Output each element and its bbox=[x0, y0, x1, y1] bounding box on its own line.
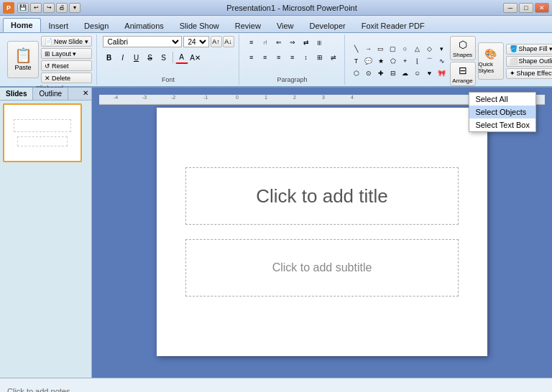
shape-round-rect[interactable]: ▢ bbox=[387, 43, 399, 55]
increase-indent-button[interactable]: ⇒ bbox=[286, 36, 299, 49]
line-spacing-button[interactable]: ↕ bbox=[300, 51, 313, 64]
shape-fill-button[interactable]: 🪣 Shape Fill ▾ bbox=[506, 44, 552, 55]
shape-bracket[interactable]: ⌊ bbox=[412, 55, 423, 67]
columns-button[interactable]: ⫼ bbox=[313, 36, 326, 49]
tab-animations[interactable]: Animations bbox=[116, 19, 171, 32]
maximize-button[interactable]: □ bbox=[519, 3, 533, 13]
shape-callout[interactable]: 💬 bbox=[363, 55, 374, 67]
paste-button[interactable]: 📋 Paste bbox=[7, 41, 39, 78]
tab-slideshow[interactable]: Slide Show bbox=[172, 19, 227, 32]
justify-button[interactable]: ≡ bbox=[286, 51, 299, 64]
shape-outline-button[interactable]: ⬜ Shape Outline ▾ bbox=[506, 56, 552, 67]
tab-view[interactable]: View bbox=[269, 19, 302, 32]
delete-button[interactable]: ✕ Delete bbox=[41, 73, 92, 83]
shape-arrow[interactable]: → bbox=[363, 43, 374, 55]
slide-thumbnail-container: 1 bbox=[3, 103, 82, 165]
shape-curve[interactable]: ∿ bbox=[436, 55, 448, 67]
shape-cloud[interactable]: ☁ bbox=[400, 67, 411, 79]
strikethrough-button[interactable]: S bbox=[144, 51, 157, 64]
title-placeholder[interactable]: Click to add title bbox=[185, 167, 459, 225]
shape-pentagon[interactable]: ⬠ bbox=[387, 55, 399, 67]
shape-more[interactable]: ▾ bbox=[436, 43, 448, 55]
shape-action[interactable]: ⊙ bbox=[363, 67, 374, 79]
shape-cylinder[interactable]: ⊟ bbox=[387, 67, 399, 79]
save-quick-btn[interactable]: 💾 bbox=[17, 3, 29, 13]
shape-effects-button[interactable]: ✦ Shape Effects ▾ bbox=[506, 68, 552, 79]
select-all-item[interactable]: Select All bbox=[469, 93, 535, 106]
shape-oval[interactable]: ○ bbox=[400, 43, 411, 55]
shape-star[interactable]: ★ bbox=[375, 55, 387, 67]
tab-developer[interactable]: Developer bbox=[302, 19, 354, 32]
thumb-title bbox=[14, 119, 72, 132]
shape-rect[interactable]: ▭ bbox=[375, 43, 387, 55]
italic-button[interactable]: I bbox=[116, 51, 129, 64]
tab-foxit[interactable]: Foxit Reader PDF bbox=[354, 19, 433, 32]
window-title: Presentation1 - Microsoft PowerPoint bbox=[226, 4, 357, 12]
shadow-button[interactable]: S bbox=[157, 51, 170, 64]
subtitle-placeholder[interactable]: Click to add subtitle bbox=[185, 239, 459, 297]
tab-design[interactable]: Design bbox=[76, 19, 116, 32]
shapes-button[interactable]: ⬡ Shapes bbox=[450, 36, 476, 60]
quick-styles-button[interactable]: 🎨 Quick Styles bbox=[478, 42, 504, 80]
align-right-button[interactable]: ≡ bbox=[272, 51, 285, 64]
arrange-button[interactable]: ⊟ Arrange bbox=[450, 62, 476, 86]
shape-heart[interactable]: ♥ bbox=[424, 67, 436, 79]
shape-line[interactable]: ╲ bbox=[351, 43, 362, 55]
undo-quick-btn[interactable]: ↩ bbox=[30, 3, 42, 13]
new-slide-icon: 📄 bbox=[45, 38, 52, 45]
shape-ribbon[interactable]: 🎀 bbox=[436, 67, 448, 79]
layout-icon: ⊞ bbox=[45, 50, 50, 57]
shape-face[interactable]: ☺ bbox=[412, 67, 423, 79]
ruler-mark: 3 bbox=[322, 95, 325, 100]
minimize-button[interactable]: ─ bbox=[503, 3, 518, 13]
shape-triangle[interactable]: △ bbox=[412, 43, 423, 55]
font-size-select[interactable]: 24 bbox=[183, 36, 209, 47]
select-objects-item[interactable]: Select Objects bbox=[469, 106, 535, 118]
notes-area[interactable]: Click to add notes bbox=[0, 378, 552, 392]
slides-tab[interactable]: Slides bbox=[0, 88, 33, 100]
delete-icon: ✕ bbox=[45, 75, 50, 82]
shape-cross[interactable]: ✚ bbox=[375, 67, 387, 79]
close-button[interactable]: ✕ bbox=[535, 3, 549, 13]
font-color-button[interactable]: A bbox=[175, 51, 188, 64]
bullets-button[interactable]: ≡ bbox=[245, 36, 258, 49]
clear-format-button[interactable]: A✕ bbox=[189, 51, 202, 64]
tab-review[interactable]: Review bbox=[227, 19, 269, 32]
layout-button[interactable]: ⊞ Layout ▾ bbox=[41, 48, 92, 59]
outline-tab[interactable]: Outline bbox=[33, 88, 68, 100]
tab-home[interactable]: Home bbox=[3, 18, 41, 32]
tab-insert[interactable]: Insert bbox=[41, 19, 77, 32]
underline-button[interactable]: U bbox=[130, 51, 143, 64]
shape-textbox[interactable]: T bbox=[351, 55, 362, 67]
numbering-button[interactable]: ⑁ bbox=[259, 36, 272, 49]
slide-thumbnail[interactable] bbox=[3, 103, 82, 162]
slides-panel-close[interactable]: ✕ bbox=[80, 88, 91, 100]
decrease-indent-button[interactable]: ⇐ bbox=[272, 36, 285, 49]
decrease-font-button[interactable]: A↓ bbox=[223, 36, 234, 47]
paste-icon: 📋 bbox=[14, 48, 32, 62]
arrange-icon: ⊟ bbox=[459, 65, 467, 76]
smartart-button[interactable]: ⊞ bbox=[313, 51, 326, 64]
more-quick-btn[interactable]: ▾ bbox=[69, 3, 80, 13]
font-group-label: Font bbox=[162, 75, 175, 83]
align-center-button[interactable]: ≡ bbox=[259, 51, 272, 64]
slide-canvas: Click to add title Click to add subtitle bbox=[157, 108, 487, 356]
ribbon: 📋 Paste 📄 New Slide ▾ ⊞ Layout ▾ ↺ Reset bbox=[0, 33, 552, 88]
new-slide-button[interactable]: 📄 New Slide ▾ bbox=[41, 36, 92, 47]
delete-label: Delete bbox=[52, 75, 70, 82]
shape-plus[interactable]: + bbox=[400, 55, 411, 67]
bold-button[interactable]: B bbox=[103, 51, 116, 64]
shape-flow[interactable]: ⬡ bbox=[351, 67, 362, 79]
print-quick-btn[interactable]: 🖨 bbox=[56, 3, 68, 13]
rtl-button[interactable]: ⇄ bbox=[300, 36, 313, 49]
reset-button[interactable]: ↺ Reset bbox=[41, 60, 92, 71]
app-icon: P bbox=[3, 2, 14, 14]
redo-quick-btn[interactable]: ↪ bbox=[43, 3, 55, 13]
shape-arc[interactable]: ⌒ bbox=[424, 55, 436, 67]
convert-button[interactable]: ⇌ bbox=[327, 51, 340, 64]
shape-diamond[interactable]: ◇ bbox=[424, 43, 436, 55]
increase-font-button[interactable]: A↑ bbox=[211, 36, 222, 47]
font-family-select[interactable]: Calibri bbox=[103, 36, 182, 47]
align-left-button[interactable]: ≡ bbox=[245, 51, 258, 64]
select-textbox-item[interactable]: Select Text Box bbox=[469, 118, 535, 131]
